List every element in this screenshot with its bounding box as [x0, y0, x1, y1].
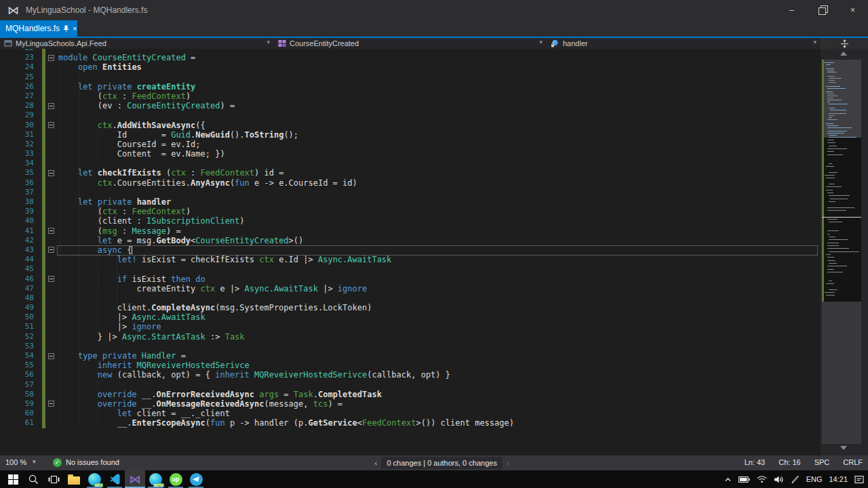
code-line-43[interactable]: 43 async { — [0, 245, 821, 255]
zoom-level[interactable]: 100 % — [5, 458, 26, 466]
taskbar-button-task-view[interactable] — [43, 470, 64, 488]
taskbar-button-telegram[interactable] — [186, 470, 206, 488]
code-line-49[interactable]: 49 client.CompleteAsync(msg.SystemProper… — [0, 303, 821, 312]
code-line-25[interactable]: 25 — [0, 73, 821, 82]
zoom-caret-icon[interactable]: ▾ — [33, 458, 36, 465]
battery-icon[interactable] — [738, 476, 750, 483]
code-line-58[interactable]: 58 override __.OnErrorReceivedAsync args… — [0, 390, 821, 399]
code-line-45[interactable]: 45 — [0, 264, 821, 274]
code-line-27[interactable]: 27 (ctx : FeedContext) — [0, 92, 821, 101]
wifi-icon[interactable] — [757, 475, 767, 483]
code-line-55[interactable]: 55 inherit MQReveiverHostedSerivce — [0, 361, 821, 370]
taskbar-button-visual-studio[interactable]: ⋈ — [125, 470, 145, 488]
fold-gutter — [34, 312, 58, 322]
taskbar-button-edge-dev[interactable]: DEV — [84, 470, 104, 488]
issues-status[interactable]: No issues found — [66, 458, 119, 466]
scroll-down-arrow[interactable] — [840, 446, 847, 450]
visual-studio-logo-icon: ⋈ — [7, 3, 19, 17]
code-line-50[interactable]: 50 |> Async.AwaitTask — [0, 312, 821, 322]
code-line-61[interactable]: 61 __.EnterScopeAsync(fun p -> handler (… — [0, 418, 821, 428]
code-line-29[interactable]: 29 — [0, 110, 821, 120]
code-line-40[interactable]: 40 (client : ISubscriptionClient) — [0, 216, 821, 226]
caret-position-group: Ln: 43 Ch: 16 SPC CRLF — [745, 458, 863, 466]
minimize-button[interactable]: – — [776, 0, 807, 20]
line-ending-indicator[interactable]: CRLF — [843, 458, 863, 466]
code-line-42[interactable]: 42 let e = msg.GetBody<CourseEntityCreat… — [0, 236, 821, 245]
fold-collapse-icon[interactable] — [48, 401, 54, 407]
action-center-icon[interactable] — [854, 475, 864, 484]
code-line-37[interactable]: 37 — [0, 188, 821, 197]
taskbar-button-file-explorer[interactable] — [64, 470, 84, 488]
code-line-47[interactable]: 47 createEntity ctx e |> Async.AwaitTask… — [0, 284, 821, 293]
fold-collapse-icon[interactable] — [48, 55, 54, 61]
minimap-viewport[interactable] — [822, 60, 861, 138]
taskbar-button-start[interactable] — [3, 470, 23, 488]
tab-mqhandlers[interactable]: MQHandlers.fs × — [0, 20, 77, 37]
type-dropdown[interactable]: CourseEntityCreated ▾ — [274, 38, 547, 49]
code-line-52[interactable]: 52 } |> Async.StartAsTask :> Task — [0, 332, 821, 342]
minimap-line — [827, 269, 834, 270]
fold-collapse-icon[interactable] — [48, 122, 54, 128]
taskbar-button-vscode[interactable] — [104, 470, 125, 488]
code-line-32[interactable]: 32 CourseId = ev.Id; — [0, 140, 821, 149]
code-line-26[interactable]: 26 let private createEntity — [0, 82, 821, 92]
close-button[interactable]: × — [837, 0, 868, 20]
scroll-up-arrow[interactable] — [840, 52, 847, 56]
line-number: 26 — [0, 82, 34, 92]
fold-gutter — [34, 168, 58, 178]
code-line-23[interactable]: 23module CourseEntityCreated = — [0, 53, 821, 62]
code-line-56[interactable]: 56 new (callback, opt) = { inherit MQRev… — [0, 370, 821, 380]
code-line-36[interactable]: 36 ctx.CourseEntities.AnyAsync(fun e -> … — [0, 178, 821, 188]
minimap-document[interactable] — [822, 138, 861, 302]
code-line-51[interactable]: 51 |> ignore — [0, 322, 821, 331]
code-line-44[interactable]: 44 let! isExist = checkIfExists ctx e.Id… — [0, 255, 821, 264]
taskbar-button-upwork[interactable]: up — [165, 470, 186, 488]
fold-collapse-icon[interactable] — [48, 170, 54, 176]
code-line-59[interactable]: 59 override __.OnMessageReceivedAsync(me… — [0, 399, 821, 409]
tab-close-icon[interactable]: × — [73, 24, 77, 33]
code-line-57[interactable]: 57 — [0, 380, 821, 390]
codelens-changes[interactable]: ‹ 0 changes | 0 authors, 0 changes ‹ — [374, 455, 509, 470]
code-line-54[interactable]: 54 type private Handler = — [0, 351, 821, 361]
column-indicator[interactable]: Ch: 16 — [778, 458, 800, 466]
code-line-33[interactable]: 33 Content = ev.Name; }) — [0, 149, 821, 159]
split-editor-handle[interactable] — [821, 38, 868, 49]
code-line-48[interactable]: 48 — [0, 293, 821, 303]
code-line-41[interactable]: 41 (msg : Message) = — [0, 226, 821, 236]
minimap-line — [826, 295, 835, 296]
code-line-34[interactable]: 34 — [0, 159, 821, 168]
minimap-empty-track[interactable] — [822, 302, 861, 444]
code-line-39[interactable]: 39 (ctx : FeedContext) — [0, 207, 821, 216]
fold-collapse-icon[interactable] — [48, 353, 54, 359]
restore-button[interactable] — [807, 0, 837, 20]
code-line-60[interactable]: 60 let client = __._client — [0, 409, 821, 418]
language-indicator[interactable]: ENG — [806, 475, 823, 483]
code-line-28[interactable]: 28 (ev : CourseEntityCreated) = — [0, 101, 821, 110]
pin-icon[interactable] — [63, 25, 69, 33]
fold-collapse-icon[interactable] — [48, 247, 54, 253]
fold-collapse-icon[interactable] — [48, 228, 54, 234]
taskbar-button-search[interactable] — [23, 470, 43, 488]
taskbar-button-edge-beta[interactable]: BETA — [145, 470, 165, 488]
fold-gutter — [34, 322, 58, 331]
code-line-53[interactable]: 53 — [0, 342, 821, 351]
tray-chevron-icon[interactable] — [724, 476, 732, 483]
project-dropdown[interactable]: MyLinguaSchools.Api.Feed ▾ — [0, 38, 274, 49]
code-line-38[interactable]: 38 let private handler — [0, 197, 821, 207]
code-line-30[interactable]: 30 ctx.AddWithSaveAsync({ — [0, 121, 821, 130]
taskbar-items: DEV⋈BETAup — [3, 470, 206, 488]
code-line-46[interactable]: 46 if isExist then do — [0, 274, 821, 284]
volume-icon[interactable] — [774, 475, 784, 484]
code-line-35[interactable]: 35 let checkIfExists (ctx : FeedContext)… — [0, 168, 821, 178]
fold-collapse-icon[interactable] — [48, 103, 54, 109]
pen-icon[interactable] — [791, 475, 800, 484]
member-dropdown[interactable]: handler ▾ — [547, 38, 821, 49]
code-line-31[interactable]: 31 Id = Guid.NewGuid().ToString(); — [0, 130, 821, 140]
code-line-24[interactable]: 24 open Entities — [0, 62, 821, 72]
line-indicator[interactable]: Ln: 43 — [745, 458, 766, 466]
code-editor[interactable]: 2223module CourseEntityCreated =24 open … — [0, 49, 821, 455]
minimap-line — [827, 140, 834, 140]
spaces-indicator[interactable]: SPC — [814, 458, 830, 466]
clock[interactable]: 14:21 — [829, 475, 848, 483]
fold-collapse-icon[interactable] — [48, 276, 54, 282]
